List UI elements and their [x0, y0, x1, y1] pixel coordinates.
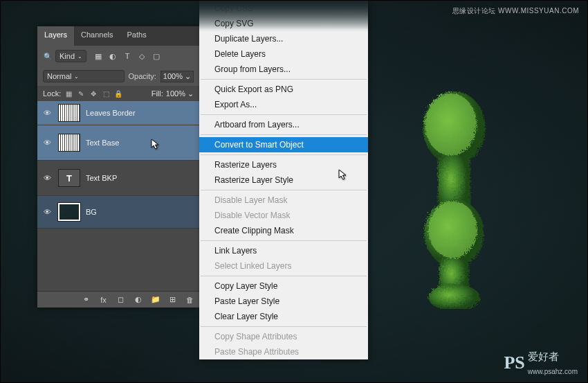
lock-label: Lock:: [43, 89, 61, 98]
layer-thumbnail[interactable]: T: [58, 169, 80, 187]
chevron-down-icon: ⌄: [77, 53, 82, 60]
menu-delete-layers[interactable]: Delete Layers: [199, 46, 368, 62]
adjustment-icon[interactable]: ◐: [133, 295, 143, 304]
fill-value: 100%: [166, 89, 185, 98]
layer-row[interactable]: 👁 BG: [37, 196, 199, 229]
layer-thumbnail[interactable]: [58, 203, 80, 221]
menu-disable-layer-mask: Disable Layer Mask: [199, 193, 368, 208]
layer-row[interactable]: 👁 Leaves Border: [37, 101, 199, 125]
layer-name: Text BKP: [86, 174, 117, 182]
svg-point-4: [428, 283, 479, 310]
menu-copy-layer-style[interactable]: Copy Layer Style: [199, 278, 368, 294]
lock-move-icon[interactable]: ✥: [89, 89, 98, 98]
menu-separator: [201, 154, 367, 155]
layer-name: BG: [86, 208, 97, 216]
watermark-cn: 爱好者: [528, 350, 578, 364]
layer-row[interactable]: 👁 Text Base: [37, 125, 199, 161]
menu-copy-svg[interactable]: Copy SVG: [199, 16, 368, 31]
mask-icon[interactable]: ◻: [116, 295, 126, 304]
filter-image-icon[interactable]: ▦: [93, 51, 103, 61]
cursor-icon: [151, 139, 160, 151]
watermark-top: 思缘设计论坛 WWW.MISSYUAN.COM: [452, 6, 579, 16]
menu-group-from-layers[interactable]: Group from Layers...: [199, 62, 368, 77]
menu-copy-shape-attributes: Copy Shape Attributes: [199, 329, 368, 344]
filter-shape-icon[interactable]: ◇: [137, 51, 147, 61]
visibility-toggle-icon[interactable]: 👁: [42, 206, 53, 217]
delete-icon[interactable]: 🗑: [185, 296, 195, 304]
visibility-toggle-icon[interactable]: 👁: [42, 172, 53, 184]
lock-brush-icon[interactable]: ✎: [76, 89, 86, 98]
filter-smart-icon[interactable]: ▢: [151, 51, 161, 61]
new-layer-icon[interactable]: ⊞: [167, 295, 178, 304]
fill-input[interactable]: 100% ⌄: [166, 89, 194, 98]
filter-adjust-icon[interactable]: ◐: [108, 51, 118, 61]
chevron-down-icon: ⌄: [74, 73, 79, 80]
menu-separator: [201, 240, 367, 241]
menu-convert-smart-object[interactable]: Convert to Smart Object: [199, 137, 368, 152]
menu-separator: [201, 190, 367, 190]
menu-create-clipping-mask[interactable]: Create Clipping Mask: [199, 223, 368, 238]
fx-icon[interactable]: fx: [98, 296, 109, 304]
layer-thumbnail[interactable]: [58, 134, 80, 152]
menu-select-linked-layers: Select Linked Layers: [199, 258, 368, 274]
menu-paste-shape-attributes: Paste Shape Attributes: [199, 344, 368, 359]
panel-bottom-toolbar: ⚭ fx ◻ ◐ 📁 ⊞ 🗑: [37, 291, 199, 308]
menu-quick-export-png[interactable]: Quick Export as PNG: [199, 82, 368, 97]
group-icon[interactable]: 📁: [150, 295, 160, 304]
watermark-ps: PS: [504, 353, 524, 373]
search-icon[interactable]: 🔍: [43, 51, 53, 61]
cursor-icon: [338, 169, 348, 181]
menu-export-as[interactable]: Export As...: [199, 97, 368, 112]
svg-point-5: [424, 92, 475, 154]
panel-tabs: Layers Channels Paths: [37, 26, 199, 46]
menu-duplicate-layers[interactable]: Duplicate Layers...: [199, 31, 368, 46]
menu-paste-layer-style[interactable]: Paste Layer Style: [199, 294, 368, 309]
layers-panel: Layers Channels Paths 🔍 Kind ⌄ ▦ ◐ T ◇ ▢…: [37, 26, 199, 308]
filter-kind-label: Kind: [59, 52, 75, 60]
tab-paths[interactable]: Paths: [120, 26, 154, 46]
menu-separator: [201, 114, 367, 115]
watermark-url: www.psahz.com: [528, 368, 578, 375]
menu-clear-layer-style[interactable]: Clear Layer Style: [199, 309, 368, 324]
watermark-bottom: PS 爱好者 www.psahz.com: [504, 350, 578, 375]
tab-channels[interactable]: Channels: [74, 26, 120, 46]
tab-layers[interactable]: Layers: [37, 26, 74, 46]
opacity-input[interactable]: 100% ⌄: [160, 71, 194, 82]
canvas-leaves-shape: [419, 87, 487, 309]
opacity-value: 100%: [163, 72, 183, 80]
filter-kind-dropdown[interactable]: Kind ⌄: [55, 50, 86, 62]
link-icon[interactable]: ⚭: [81, 295, 91, 304]
lock-transparency-icon[interactable]: ▦: [64, 89, 73, 98]
opacity-label: Opacity:: [129, 72, 156, 80]
visibility-toggle-icon[interactable]: 👁: [42, 137, 53, 148]
layer-thumbnail[interactable]: [58, 104, 80, 122]
layer-name: Text Base: [86, 139, 119, 147]
menu-separator: [201, 134, 367, 135]
filter-text-icon[interactable]: T: [122, 51, 132, 61]
lock-artboard-icon[interactable]: ⬚: [101, 89, 111, 98]
blend-mode-value: Normal: [47, 72, 71, 80]
blend-mode-dropdown[interactable]: Normal ⌄: [43, 70, 125, 82]
visibility-toggle-icon[interactable]: 👁: [42, 107, 53, 118]
menu-artboard-from-layers[interactable]: Artboard from Layers...: [199, 117, 368, 132]
menu-disable-vector-mask: Disable Vector Mask: [199, 208, 368, 223]
chevron-down-icon: ⌄: [185, 72, 191, 81]
svg-point-6: [428, 200, 477, 257]
menu-link-layers[interactable]: Link Layers: [199, 243, 368, 258]
menu-separator: [201, 79, 367, 80]
fill-label: Fill:: [151, 89, 163, 98]
menu-separator: [201, 276, 367, 276]
chevron-down-icon: ⌄: [187, 89, 194, 98]
menu-copy-css[interactable]: Copy CSS: [199, 1, 368, 16]
layer-name: Leaves Border: [86, 109, 136, 117]
lock-all-icon[interactable]: 🔒: [113, 89, 123, 98]
menu-separator: [201, 326, 367, 327]
layer-row[interactable]: 👁 T Text BKP: [37, 161, 199, 196]
